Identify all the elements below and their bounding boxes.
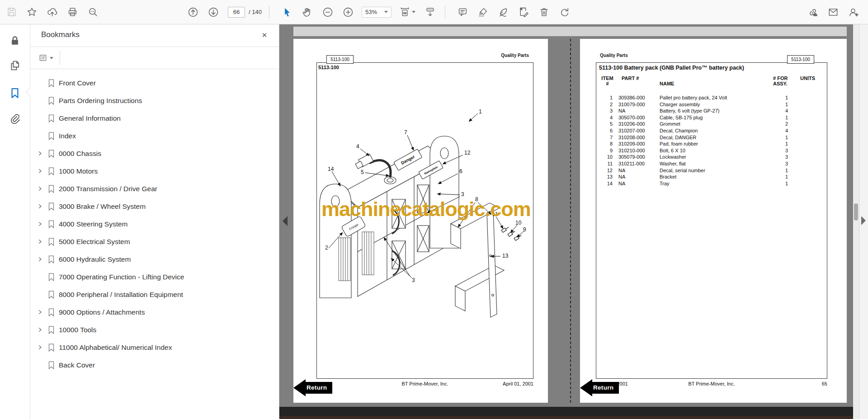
footer-company: BT Prime-Mover, Inc. bbox=[316, 381, 533, 386]
highlight-icon[interactable] bbox=[476, 5, 491, 19]
share-link-icon[interactable] bbox=[806, 5, 820, 19]
callout-4: 4 bbox=[356, 143, 359, 150]
comment-icon[interactable] bbox=[456, 5, 470, 19]
bookmark-icon bbox=[46, 325, 57, 334]
sidebar-collapse-handle[interactable] bbox=[283, 216, 288, 226]
expand-chevron-icon[interactable] bbox=[35, 221, 45, 226]
expand-chevron-icon[interactable] bbox=[35, 169, 45, 174]
scrollbar-thumb[interactable] bbox=[854, 203, 858, 221]
quality-parts-label: Quality Parts bbox=[600, 53, 628, 58]
bookmark-item[interactable]: 11000 Alphabetical/ Numerical Index bbox=[30, 339, 279, 356]
toolbar-separator bbox=[445, 6, 445, 19]
hand-tool-icon[interactable] bbox=[300, 5, 315, 19]
callout-13: 13 bbox=[502, 253, 509, 259]
callout-2: 2 bbox=[325, 245, 328, 251]
bookmark-item-label: 1000 Motors bbox=[59, 167, 98, 175]
bookmark-item[interactable]: 7000 Operating Function - Lifting Device bbox=[30, 268, 279, 286]
bookmark-item[interactable]: Back Cover bbox=[30, 356, 279, 374]
bookmark-item[interactable]: Front Cover bbox=[30, 74, 279, 92]
bookmark-item[interactable]: Parts Ordering Instructions bbox=[30, 92, 279, 109]
bookmark-item[interactable]: 10000 Tools bbox=[30, 321, 279, 339]
bookmark-icon bbox=[47, 343, 55, 352]
search-icon[interactable] bbox=[85, 5, 100, 19]
email-icon[interactable] bbox=[826, 5, 840, 19]
panel-title: Bookmarks bbox=[41, 30, 80, 39]
page-up-icon[interactable] bbox=[186, 5, 200, 19]
bookmark-icon bbox=[46, 343, 57, 352]
parts-table-row: 14NATray1 bbox=[596, 180, 827, 187]
bookmark-item[interactable]: General Information bbox=[30, 109, 279, 127]
parts-table-body: 1309386-000Pallet pro battery pack, 24 V… bbox=[596, 94, 827, 187]
print-icon[interactable] bbox=[65, 5, 80, 19]
page-number-value: 66 bbox=[233, 9, 240, 15]
bookmark-item[interactable]: 4000 Steering System bbox=[30, 215, 279, 233]
select-tool-icon[interactable] bbox=[280, 5, 294, 19]
expand-chevron-icon[interactable] bbox=[35, 310, 45, 315]
bookmark-icon bbox=[47, 132, 55, 141]
bookmark-item-label: Front Cover bbox=[59, 79, 96, 87]
parts-table-row: 10305079-000Lockwasher3 bbox=[596, 154, 827, 160]
callout-1: 1 bbox=[479, 108, 482, 115]
expand-chevron-icon[interactable] bbox=[35, 345, 45, 350]
close-icon[interactable]: ✕ bbox=[259, 30, 270, 41]
expand-chevron-icon[interactable] bbox=[35, 257, 45, 262]
bookmark-icon bbox=[46, 273, 57, 282]
bookmark-item[interactable]: 9000 Options / Attachments bbox=[30, 303, 279, 321]
expand-chevron-icon[interactable] bbox=[35, 327, 45, 332]
parts-table-row: 3NABattery, 6 volt (type GP-27)4 bbox=[596, 108, 827, 114]
bookmark-icon bbox=[47, 290, 55, 299]
return-button[interactable]: Return bbox=[293, 379, 332, 396]
toolbar-separator bbox=[269, 6, 269, 19]
bookmark-item[interactable]: 8000 Peripheral / Installation Equipment bbox=[30, 286, 279, 303]
page-down-icon[interactable] bbox=[206, 5, 221, 19]
bookmark-icon bbox=[47, 167, 55, 176]
star-icon[interactable] bbox=[24, 5, 39, 19]
previous-page-edge bbox=[293, 27, 847, 36]
share-upload-icon[interactable] bbox=[45, 5, 59, 19]
bookmark-item-label: 8000 Peripheral / Installation Equipment bbox=[59, 291, 183, 299]
chevron-down-icon bbox=[50, 57, 53, 59]
zoom-in-icon[interactable] bbox=[341, 5, 355, 19]
chevron-right-icon bbox=[38, 257, 42, 262]
expand-chevron-icon[interactable] bbox=[35, 204, 45, 209]
attachments-icon[interactable] bbox=[0, 108, 30, 129]
scroll-mode-icon[interactable] bbox=[423, 5, 438, 19]
bookmark-item-label: Index bbox=[59, 132, 76, 140]
save-icon[interactable] bbox=[4, 5, 19, 19]
bookmarks-panel-icon[interactable] bbox=[0, 83, 30, 104]
page-tag-box: 5113-100 bbox=[326, 55, 354, 64]
expand-chevron-icon[interactable] bbox=[35, 186, 45, 191]
bookmark-item[interactable]: 3000 Brake / Wheel System bbox=[30, 198, 279, 215]
return-arrow-icon bbox=[293, 379, 306, 396]
vertical-scrollbar[interactable] bbox=[853, 24, 859, 419]
bookmark-item[interactable]: 2000 Transmission / Drive Gear bbox=[30, 180, 279, 198]
expand-chevron-icon[interactable] bbox=[35, 151, 45, 156]
lock-icon[interactable] bbox=[0, 30, 30, 51]
chevron-right-icon bbox=[38, 345, 42, 350]
return-button[interactable]: Return bbox=[580, 379, 619, 396]
bookmark-icon bbox=[46, 255, 57, 264]
sign-icon[interactable] bbox=[496, 5, 511, 19]
bookmark-item[interactable]: Index bbox=[30, 127, 279, 145]
bookmark-item[interactable]: 0000 Chassis bbox=[30, 145, 279, 162]
account-add-icon[interactable] bbox=[846, 5, 861, 19]
page-number-input[interactable]: 66 bbox=[228, 7, 245, 18]
callout-7: 7 bbox=[404, 129, 407, 136]
edit-pdf-icon[interactable] bbox=[517, 5, 531, 19]
zoom-level-select[interactable]: 53% bbox=[362, 7, 392, 18]
bookmark-item[interactable]: 5000 Electrical System bbox=[30, 233, 279, 250]
parts-table-row: 4305070-000Cable, SB-175 plug1 bbox=[596, 114, 827, 121]
bookmark-item[interactable]: 6000 Hydraulic System bbox=[30, 250, 279, 268]
expand-chevron-icon[interactable] bbox=[35, 239, 45, 244]
delete-icon[interactable] bbox=[537, 5, 552, 19]
zoom-out-icon[interactable] bbox=[321, 5, 335, 19]
redo-icon[interactable] bbox=[557, 5, 572, 19]
fit-width-icon[interactable] bbox=[397, 5, 417, 19]
pdf-page-left: 5113-100 Quality Parts 5113-100 bbox=[293, 39, 548, 403]
bookmark-item[interactable]: 1000 Motors bbox=[30, 162, 279, 180]
bookmark-list: Front CoverParts Ordering InstructionsGe… bbox=[30, 69, 279, 374]
page-thumbnails-icon[interactable] bbox=[0, 55, 30, 76]
callout-12: 12 bbox=[464, 150, 471, 156]
bookmark-options-button[interactable] bbox=[38, 53, 53, 62]
tools-pane-collapse-handle[interactable] bbox=[861, 216, 866, 225]
